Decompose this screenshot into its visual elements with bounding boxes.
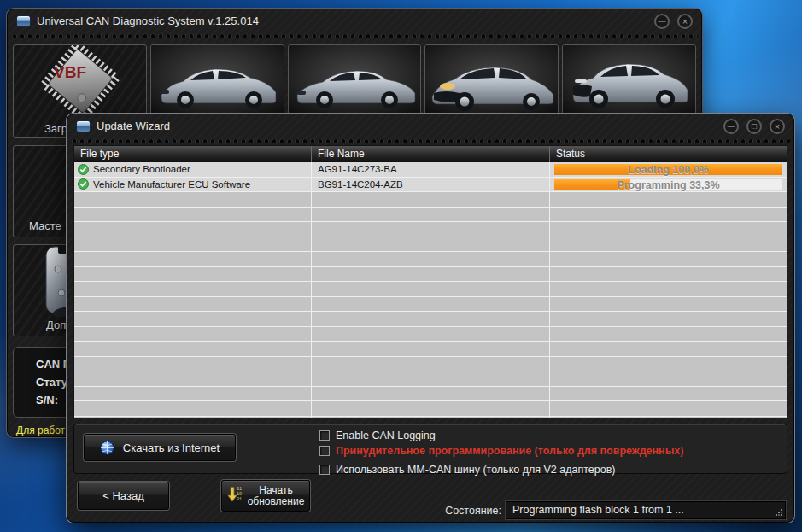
checkbox-row-mmcan-bus[interactable]: Использовать MM-CAN шину (только для V2 … — [319, 462, 683, 476]
table-row-empty[interactable] — [74, 357, 787, 372]
table-row-empty[interactable] — [74, 297, 787, 313]
table-row-empty[interactable] — [74, 192, 787, 208]
file-type-cell: Vehicle Manufacturer ECU Software — [93, 179, 250, 190]
table-row-empty[interactable] — [74, 371, 787, 387]
table-row-empty[interactable] — [74, 222, 787, 237]
options-panel: Скачать из Internet Enable CAN Logging П… — [73, 424, 787, 474]
wizard-titlebar[interactable]: Update Wizard — □ × — [67, 114, 793, 137]
table-row-empty[interactable] — [74, 401, 787, 417]
table-empty-rows — [74, 192, 787, 418]
progress-text: Loading 100,0% — [554, 164, 782, 175]
table-row-empty[interactable] — [74, 387, 787, 402]
table-row-empty[interactable] — [74, 342, 787, 357]
car-suv-icon — [563, 45, 695, 120]
wizard-title: Update Wizard — [97, 120, 170, 132]
table-row-empty[interactable] — [74, 208, 787, 223]
checkbox-row-force-programming[interactable]: Принудительное программирование (только … — [319, 443, 683, 458]
green-check-circle-icon — [78, 164, 89, 175]
close-button[interactable]: × — [770, 119, 785, 134]
titlebar-divider-dots — [71, 137, 790, 145]
back-button-label: < Назад — [102, 489, 143, 502]
globe-icon — [100, 441, 114, 455]
yellow-download-arrow-icon: 01 10 01 — [227, 485, 243, 507]
status-label: Состояние: — [445, 505, 501, 517]
car-hatchback-icon — [151, 45, 284, 120]
minimize-button[interactable]: — — [654, 14, 670, 29]
column-header-file-name[interactable]: File Name — [312, 146, 550, 162]
titlebar-divider-dots — [11, 32, 698, 40]
car-sedan-icon — [289, 45, 421, 120]
table-row-empty[interactable] — [74, 312, 787, 327]
green-check-circle-icon — [78, 178, 89, 190]
start-button-label-line1: Начать — [259, 484, 293, 496]
progress-text: Programming 33,3% — [554, 179, 782, 190]
file-name-cell: AG91-14C273-BA — [312, 162, 550, 177]
maximize-button[interactable]: □ — [746, 119, 762, 134]
download-button-label: Скачать из Internet — [123, 441, 220, 454]
start-button-label-line2: обновление — [248, 495, 305, 507]
main-window-title: Universal CAN Diagnostic System v.1.25.0… — [37, 15, 259, 27]
table-row-empty[interactable] — [74, 327, 787, 342]
column-header-status[interactable]: Status — [550, 146, 787, 162]
checkbox-label: Использовать MM-CAN шину (только для V2 … — [336, 464, 615, 476]
checkbox[interactable] — [319, 465, 330, 475]
update-wizard-dialog: Update Wizard — □ × File type File Name … — [67, 114, 794, 523]
table-header: File type File Name Status — [74, 146, 787, 162]
table-row[interactable]: Secondary Bootloader AG91-14C273-BA Load… — [74, 162, 787, 178]
column-header-file-type[interactable]: File type — [74, 146, 312, 162]
checkbox[interactable] — [319, 430, 330, 441]
close-button[interactable]: × — [677, 14, 693, 29]
status-field[interactable]: Programming flash block 1 from 1 ... — [506, 501, 786, 519]
checkbox[interactable] — [319, 446, 330, 456]
table-row-empty[interactable] — [74, 282, 787, 297]
main-titlebar[interactable]: Universal CAN Diagnostic System v.1.25.0… — [8, 9, 701, 32]
microchip-icon: VBF — [14, 45, 146, 120]
download-from-internet-button[interactable]: Скачать из Internet — [84, 434, 236, 461]
checkbox-label: Enable CAN Logging — [336, 430, 436, 441]
resize-grip-icon[interactable] — [775, 508, 783, 517]
app-window-icon — [16, 15, 31, 27]
progress-bar: Loading 100,0% — [554, 164, 782, 175]
table-row[interactable]: Vehicle Manufacturer ECU Software BG91-1… — [74, 178, 787, 193]
progress-bar: Programming 33,3% — [554, 179, 782, 190]
svg-text:01: 01 — [237, 497, 242, 502]
table-row-empty[interactable] — [74, 267, 787, 283]
checkbox-label: Принудительное программирование (только … — [336, 445, 683, 457]
table-row-empty[interactable] — [74, 237, 787, 253]
table-row-empty[interactable] — [74, 252, 787, 267]
minimize-button[interactable]: — — [723, 119, 739, 134]
table-row-empty[interactable] — [74, 417, 787, 419]
status-value: Programming flash block 1 from 1 ... — [512, 504, 684, 516]
car-front-icon — [425, 45, 558, 120]
start-update-button[interactable]: 01 10 01 Начать обновление — [221, 480, 310, 512]
file-name-cell: BG91-14C204-AZB — [312, 178, 550, 192]
checkbox-row-can-logging[interactable]: Enable CAN Logging — [319, 428, 683, 442]
app-window-icon — [76, 120, 91, 132]
chip-vbf-text: VBF — [54, 63, 86, 81]
back-button[interactable]: < Назад — [78, 482, 169, 510]
update-files-table: File type File Name Status Secondary Boo… — [73, 145, 787, 418]
file-type-cell: Secondary Bootloader — [93, 164, 190, 174]
